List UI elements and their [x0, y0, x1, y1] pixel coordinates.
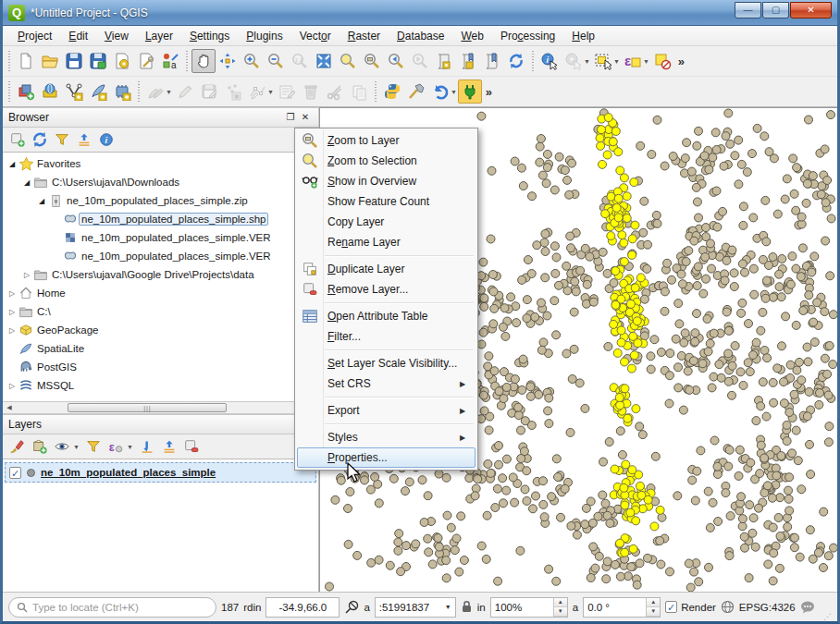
- menu-item-styles[interactable]: Styles ▶: [297, 427, 476, 447]
- menu-item-copy-layer[interactable]: Copy Layer: [297, 212, 476, 232]
- browser-hscrollbar[interactable]: ◀ ||| ▶: [3, 401, 319, 414]
- tree-item[interactable]: ▷C:\: [3, 302, 318, 321]
- menu-help[interactable]: Help: [564, 28, 602, 44]
- menu-item-remove-layer[interactable]: Remove Layer...: [297, 279, 476, 300]
- toolbar-grip[interactable]: [136, 81, 142, 102]
- tree-item[interactable]: ▷MSSQL: [3, 376, 318, 395]
- tree-expander-icon[interactable]: ▷: [21, 271, 32, 279]
- show-bookmarks-button[interactable]: [480, 49, 504, 73]
- zoom-out-button[interactable]: [264, 49, 288, 73]
- dropdown-arrow-icon[interactable]: ▼: [127, 444, 133, 450]
- menu-edit[interactable]: Edit: [61, 28, 95, 44]
- tree-item[interactable]: ◢C:\Users\ujaval\Downloads: [3, 173, 318, 191]
- render-checkbox[interactable]: ✓ Render: [665, 601, 716, 613]
- scale-combo[interactable]: :51991837 ▼: [375, 597, 456, 618]
- menu-project[interactable]: Project: [10, 28, 59, 44]
- menu-item-properties[interactable]: Properties...: [297, 447, 476, 468]
- tree-expander-icon[interactable]: ▷: [6, 382, 18, 390]
- new-temporary-layer-button[interactable]: [110, 80, 134, 104]
- spin-down-icon[interactable]: ▼: [647, 607, 660, 617]
- new-shapefile-layer-button[interactable]: [62, 80, 86, 104]
- show-layout-manager-button[interactable]: [134, 49, 158, 73]
- messages-icon[interactable]: [800, 601, 816, 614]
- tree-item[interactable]: ◢Favorites: [3, 154, 318, 173]
- toolbar-overflow-button[interactable]: »: [482, 85, 496, 99]
- menu-item-rename-layer[interactable]: Rename Layer: [297, 232, 476, 252]
- menu-vector[interactable]: Vector: [292, 28, 339, 44]
- menu-view[interactable]: View: [97, 28, 136, 44]
- tree-item[interactable]: ne_10m_populated_places_simple.VER: [3, 247, 318, 265]
- new-project-button[interactable]: [14, 49, 38, 73]
- toolbar-overflow-button[interactable]: »: [674, 55, 688, 68]
- spin-up-icon[interactable]: ▲: [554, 598, 567, 607]
- rotation-spinbox[interactable]: 0.0 ° ▲▼: [583, 597, 661, 618]
- zoom-to-layer-button[interactable]: [360, 49, 384, 73]
- tree-expander-icon[interactable]: ▷: [6, 308, 18, 316]
- tree-expander-icon[interactable]: ▷: [6, 289, 18, 298]
- browser-float-icon[interactable]: ❐: [283, 111, 298, 124]
- undo-button[interactable]: [428, 80, 452, 104]
- tree-expander-icon[interactable]: ◢: [21, 178, 32, 187]
- toolbar-grip[interactable]: [530, 51, 536, 71]
- toolbar-grip[interactable]: [6, 51, 12, 71]
- add-group-button[interactable]: [31, 437, 49, 456]
- spin-down-icon[interactable]: ▼: [554, 607, 567, 617]
- tree-item[interactable]: ▷Home: [3, 284, 318, 302]
- menu-item-zoom-to-selection[interactable]: Zoom to Selection: [297, 151, 476, 171]
- coordinate-input[interactable]: -34.9,66.0: [266, 597, 340, 618]
- collapse-all-button[interactable]: [75, 130, 93, 149]
- layer-item[interactable]: ✓ ne_10m_populated_places_simple: [5, 462, 316, 483]
- menu-plugins[interactable]: Plugins: [239, 28, 290, 44]
- tree-item[interactable]: PostGIS: [3, 358, 318, 376]
- style-manager-button[interactable]: a: [158, 49, 182, 73]
- python-console-button[interactable]: [380, 80, 404, 104]
- new-bookmark-button[interactable]: [456, 49, 480, 73]
- close-button[interactable]: ✕: [790, 2, 832, 18]
- tree-item[interactable]: ne_10m_populated_places_simple.shp: [3, 210, 318, 228]
- zoom-last-button[interactable]: [384, 49, 408, 73]
- refresh-browser-button[interactable]: [31, 130, 49, 149]
- menu-item-zoom-to-layer[interactable]: Zoom to Layer: [297, 130, 476, 151]
- save-project-as-button[interactable]: [86, 49, 110, 73]
- tree-item[interactable]: ▷GeoPackage: [3, 321, 318, 339]
- dropdown-arrow-icon[interactable]: ▼: [73, 444, 80, 450]
- minimize-button[interactable]: —: [735, 2, 761, 18]
- toolbar-grip[interactable]: [373, 81, 378, 102]
- filter-legend-button[interactable]: [84, 437, 103, 456]
- hscroll-thumb[interactable]: |||: [68, 403, 227, 412]
- pan-to-selection-button[interactable]: [216, 49, 240, 73]
- collapse-all-layers-button[interactable]: [160, 437, 179, 456]
- browser-close-icon[interactable]: ✕: [298, 111, 313, 124]
- open-project-button[interactable]: [38, 49, 62, 73]
- new-map-view-button[interactable]: [432, 49, 456, 73]
- select-features-button[interactable]: [591, 49, 615, 73]
- extent-toggle-icon[interactable]: [344, 600, 359, 615]
- tree-item[interactable]: ▷C:\Users\ujaval\Google Drive\Projects\d…: [3, 265, 318, 284]
- menu-item-show-feature-count[interactable]: Show Feature Count: [297, 191, 476, 212]
- resize-grip[interactable]: ⋰: [823, 612, 832, 621]
- tree-item[interactable]: ne_10m_populated_places_simple.VER: [3, 228, 318, 247]
- new-geopackage-layer-button[interactable]: [38, 80, 62, 104]
- filter-browser-button[interactable]: [53, 130, 71, 149]
- save-project-button[interactable]: [62, 49, 86, 73]
- select-by-expression-button[interactable]: ε: [621, 49, 645, 73]
- tree-expander-icon[interactable]: ◢: [6, 160, 18, 168]
- toolbar-grip[interactable]: [6, 81, 12, 102]
- new-print-layout-button[interactable]: [110, 49, 134, 73]
- menu-item-set-crs[interactable]: Set CRS ▶: [297, 373, 476, 394]
- add-selected-layers-button[interactable]: [8, 130, 27, 149]
- crs-status[interactable]: EPSG:4326: [739, 602, 796, 613]
- menu-processing[interactable]: Processing: [493, 28, 562, 44]
- menu-item-open-attribute-table[interactable]: Open Attribute Table: [297, 306, 476, 326]
- zoom-in-button[interactable]: [240, 49, 264, 73]
- tree-expander-icon[interactable]: ▷: [6, 326, 18, 335]
- tree-item[interactable]: ◢ne_10m_populated_places_simple.zip: [3, 191, 318, 210]
- new-spatialite-layer-button[interactable]: [86, 80, 110, 104]
- locator-search-input[interactable]: Type to locate (Ctrl+K): [8, 597, 216, 618]
- identify-features-button[interactable]: i: [537, 49, 562, 73]
- filter-by-expression-button[interactable]: ε: [106, 437, 125, 456]
- menu-item-filter[interactable]: Filter...: [297, 326, 476, 347]
- lock-scale-icon[interactable]: [461, 600, 473, 614]
- properties-widget-button[interactable]: i: [97, 130, 116, 149]
- menu-item-set-layer-scale-visibility[interactable]: Set Layer Scale Visibility...: [297, 353, 476, 373]
